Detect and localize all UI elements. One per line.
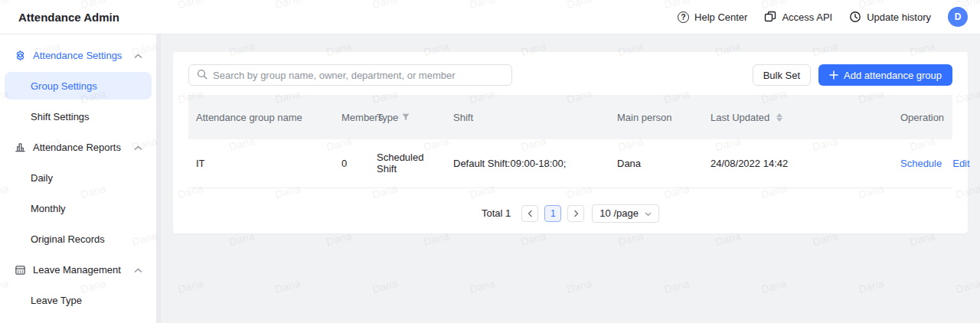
- cell-operation: Schedule Edit Delete: [893, 139, 952, 188]
- page-size-select[interactable]: 10 /page: [592, 204, 659, 223]
- cell-type: Scheduled Shift: [369, 139, 446, 188]
- page-size-label: 10 /page: [599, 207, 639, 219]
- toolbar-actions: Bulk Set Add attendance group: [753, 64, 952, 86]
- chevron-down-icon: [645, 207, 652, 219]
- sidebar-item-label: Leave Type: [31, 295, 82, 306]
- watermark-text: Dana: [273, 277, 301, 295]
- watermark-text: Dana: [857, 277, 884, 295]
- top-bar-actions: ? Help Center Access API: [678, 7, 968, 27]
- sidebar-item-original-records[interactable]: Original Records: [0, 223, 156, 254]
- clock-history-icon: [849, 11, 861, 23]
- sidebar: Attendance Settings Group Settings Shift…: [0, 34, 156, 323]
- search-box: [188, 64, 512, 86]
- watermark-text: Dana: [176, 277, 204, 295]
- help-center-button[interactable]: ? Help Center: [678, 11, 747, 23]
- cell-main-person: Dana: [609, 139, 703, 188]
- chevron-up-icon[interactable]: [134, 264, 142, 276]
- toolbar: Bulk Set Add attendance group: [188, 64, 952, 86]
- chevron-up-icon[interactable]: [134, 142, 142, 153]
- watermark-text: Dana: [468, 277, 495, 295]
- api-icon: [764, 11, 776, 23]
- cell-members: 0: [334, 139, 369, 188]
- watermark-text: Dana: [662, 277, 690, 295]
- next-page-button[interactable]: [567, 205, 584, 222]
- sidebar-item-attendance-reports[interactable]: Attendance Reports: [0, 132, 156, 162]
- plus-icon: [829, 70, 838, 81]
- pagination: Total 1 1 10 /page: [188, 204, 952, 223]
- sidebar-item-leave-type[interactable]: Leave Type: [0, 285, 156, 315]
- search-icon: [197, 69, 207, 82]
- sidebar-item-label: Attendance Settings: [33, 50, 127, 61]
- top-bar: Attendance Admin ? Help Center Access AP…: [0, 0, 980, 34]
- help-icon: ?: [678, 11, 689, 23]
- sidebar-item-label: Original Records: [31, 233, 105, 245]
- content-card: Bulk Set Add attendance group Attendance…: [173, 52, 968, 233]
- cell-shift: Default Shift:09:00-18:00;: [446, 139, 609, 188]
- access-api-button[interactable]: Access API: [764, 11, 832, 23]
- column-header-group-name: Attendance group name: [188, 95, 334, 139]
- column-header-main-person: Main person: [609, 95, 703, 139]
- sidebar-divider: [156, 34, 161, 323]
- cell-group-name: IT: [188, 139, 334, 188]
- sidebar-item-group-settings[interactable]: Group Settings: [5, 72, 152, 100]
- watermark-text: Dana: [760, 277, 787, 295]
- sidebar-item-shift-settings[interactable]: Shift Settings: [0, 101, 156, 132]
- sidebar-item-monthly[interactable]: Monthly: [0, 193, 156, 223]
- watermark-text: Dana: [954, 277, 980, 295]
- bulk-set-button[interactable]: Bulk Set: [753, 64, 811, 86]
- column-header-last-updated: Last Updated: [703, 95, 893, 139]
- cell-last-updated: 24/08/2022 14:42: [703, 139, 893, 188]
- sidebar-item-label: Leave Management: [33, 264, 127, 276]
- column-header-type: Type: [369, 95, 446, 139]
- column-header-operation: Operation: [893, 95, 952, 139]
- search-input[interactable]: [213, 70, 504, 81]
- filter-icon[interactable]: [402, 112, 410, 123]
- update-history-label: Update history: [867, 11, 931, 23]
- update-history-button[interactable]: Update history: [849, 11, 931, 23]
- sidebar-item-attendance-settings[interactable]: Attendance Settings: [0, 40, 156, 70]
- sidebar-item-daily[interactable]: Daily: [0, 162, 156, 193]
- add-attendance-group-button[interactable]: Add attendance group: [818, 64, 952, 86]
- add-attendance-group-label: Add attendance group: [844, 70, 942, 81]
- sidebar-item-label: Shift Settings: [31, 111, 90, 122]
- sidebar-item-leave-management[interactable]: Leave Management: [0, 254, 156, 285]
- column-header-shift: Shift: [446, 95, 609, 139]
- gear-icon: [14, 49, 26, 61]
- sidebar-item-label: Daily: [31, 172, 53, 184]
- table-header-row: Attendance group name Members Type Shift…: [188, 95, 952, 139]
- sidebar-item-label: Attendance Reports: [33, 142, 127, 153]
- schedule-link[interactable]: Schedule: [900, 158, 942, 169]
- attendance-group-table: Attendance group name Members Type Shift…: [188, 95, 952, 188]
- user-avatar[interactable]: D: [948, 7, 968, 27]
- previous-page-button[interactable]: [521, 205, 538, 222]
- help-center-label: Help Center: [694, 11, 747, 23]
- sidebar-item-label: Monthly: [31, 203, 66, 214]
- watermark-text: Dana: [371, 277, 398, 295]
- column-header-members: Members: [334, 95, 369, 139]
- app-title: Attendance Admin: [18, 11, 119, 24]
- page-number-button[interactable]: 1: [544, 205, 561, 222]
- pagination-total: Total 1: [482, 207, 511, 219]
- edit-link[interactable]: Edit: [952, 158, 969, 169]
- chevron-up-icon[interactable]: [134, 50, 142, 61]
- access-api-label: Access API: [782, 11, 832, 23]
- sidebar-item-label: Group Settings: [31, 80, 97, 92]
- bar-chart-icon: [14, 141, 26, 153]
- calendar-icon: [14, 263, 26, 276]
- table-row: IT 0 Scheduled Shift Default Shift:09:00…: [188, 139, 952, 188]
- sort-icon[interactable]: [776, 113, 782, 122]
- watermark-text: Dana: [565, 277, 593, 295]
